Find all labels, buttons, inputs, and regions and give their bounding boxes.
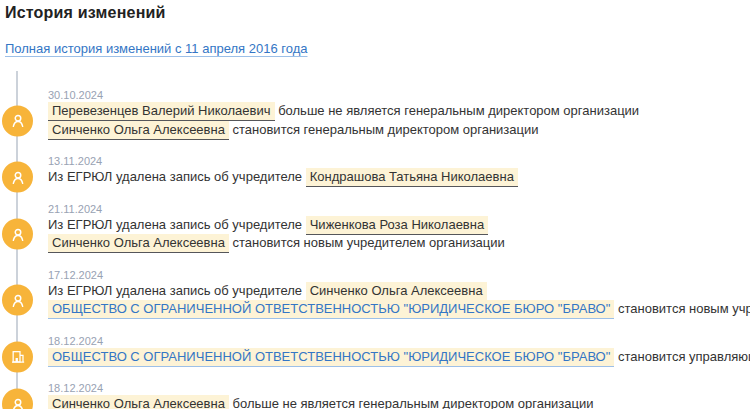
entry-lines: Синченко Ольга Алексеевна больше не явля… bbox=[48, 395, 750, 409]
entry-line: Из ЕГРЮЛ удалена запись об учредителе Чи… bbox=[48, 216, 750, 235]
timeline-entry: 21.11.2024Из ЕГРЮЛ удалена запись об учр… bbox=[0, 202, 750, 253]
full-history-link[interactable]: Полная история изменений с 11 апреля 201… bbox=[5, 41, 308, 56]
entry-text: Из ЕГРЮЛ удалена запись об учредителе bbox=[48, 169, 306, 184]
entry-date: 30.10.2024 bbox=[48, 88, 750, 102]
person-icon bbox=[2, 285, 33, 316]
entry-date: 18.12.2024 bbox=[48, 334, 750, 348]
entry-text: становится новым учредителем организации bbox=[614, 301, 750, 316]
entry-lines: Из ЕГРЮЛ удалена запись об учредителе Ко… bbox=[48, 168, 750, 187]
person-link[interactable]: Синченко Ольга Алексеевна bbox=[48, 395, 229, 409]
timeline-entry: 13.11.2024Из ЕГРЮЛ удалена запись об учр… bbox=[0, 154, 750, 187]
entry-line: ОБЩЕСТВО С ОГРАНИЧЕННОЙ ОТВЕТСТВЕННОСТЬЮ… bbox=[48, 300, 750, 319]
person-link[interactable]: Синченко Ольга Алексеевна bbox=[306, 282, 487, 301]
person-icon bbox=[2, 105, 33, 136]
timeline-entry: 18.12.2024Синченко Ольга Алексеевна боль… bbox=[0, 381, 750, 409]
timeline-entry: 18.12.2024ОБЩЕСТВО С ОГРАНИЧЕННОЙ ОТВЕТС… bbox=[0, 334, 750, 367]
entry-text: Из ЕГРЮЛ удалена запись об учредителе bbox=[48, 283, 306, 298]
entry-lines: Перевезенцев Валерий Николаевич больше н… bbox=[48, 102, 750, 139]
person-link[interactable]: Чиженкова Роза Николаевна bbox=[306, 216, 488, 235]
entry-text: больше не является генеральным директоро… bbox=[275, 103, 640, 118]
entry-line: ОБЩЕСТВО С ОГРАНИЧЕННОЙ ОТВЕТСТВЕННОСТЬЮ… bbox=[48, 348, 750, 367]
entry-lines: ОБЩЕСТВО С ОГРАНИЧЕННОЙ ОТВЕТСТВЕННОСТЬЮ… bbox=[48, 348, 750, 367]
entry-text: становится управляющей организацией bbox=[614, 349, 750, 364]
entry-date: 21.11.2024 bbox=[48, 202, 750, 216]
person-icon bbox=[2, 389, 33, 409]
entry-date: 18.12.2024 bbox=[48, 381, 750, 395]
company-link[interactable]: ОБЩЕСТВО С ОГРАНИЧЕННОЙ ОТВЕТСТВЕННОСТЬЮ… bbox=[48, 348, 614, 367]
person-icon bbox=[2, 162, 33, 193]
entry-text: становится новым учредителем организации bbox=[229, 235, 505, 250]
entry-lines: Из ЕГРЮЛ удалена запись об учредителе Чи… bbox=[48, 216, 750, 253]
entry-line: Из ЕГРЮЛ удалена запись об учредителе Ко… bbox=[48, 168, 750, 187]
change-history-panel: История изменений Полная история изменен… bbox=[0, 0, 750, 409]
timeline-entry: 17.12.2024Из ЕГРЮЛ удалена запись об учр… bbox=[0, 268, 750, 319]
entry-line: Синченко Ольга Алексеевна становится нов… bbox=[48, 234, 750, 253]
person-link[interactable]: Синченко Ольга Алексеевна bbox=[48, 121, 229, 140]
entry-line: Синченко Ольга Алексеевна становится ген… bbox=[48, 121, 750, 140]
entry-lines: Из ЕГРЮЛ удалена запись об учредителе Си… bbox=[48, 282, 750, 319]
entry-text: больше не является генеральным директоро… bbox=[229, 396, 594, 409]
entry-text: Из ЕГРЮЛ удалена запись об учредителе bbox=[48, 217, 306, 232]
person-link[interactable]: Перевезенцев Валерий Николаевич bbox=[48, 102, 275, 121]
building-icon bbox=[2, 341, 33, 372]
timeline-entry: 30.10.2024Перевезенцев Валерий Николаеви… bbox=[0, 88, 750, 139]
entry-line: Синченко Ольга Алексеевна больше не явля… bbox=[48, 395, 750, 409]
entry-line: Из ЕГРЮЛ удалена запись об учредителе Си… bbox=[48, 282, 750, 301]
entry-text: становится генеральным директором органи… bbox=[229, 122, 539, 137]
timeline: 30.10.2024Перевезенцев Валерий Николаеви… bbox=[0, 71, 750, 409]
entry-line: Перевезенцев Валерий Николаевич больше н… bbox=[48, 102, 750, 121]
person-link[interactable]: Синченко Ольга Алексеевна bbox=[48, 234, 229, 253]
person-icon bbox=[2, 219, 33, 250]
company-link[interactable]: ОБЩЕСТВО С ОГРАНИЧЕННОЙ ОТВЕТСТВЕННОСТЬЮ… bbox=[48, 300, 614, 319]
page-title: История изменений bbox=[5, 4, 750, 22]
entry-date: 17.12.2024 bbox=[48, 268, 750, 282]
person-link[interactable]: Кондрашова Татьяна Николаевна bbox=[306, 168, 518, 187]
entry-date: 13.11.2024 bbox=[48, 154, 750, 168]
